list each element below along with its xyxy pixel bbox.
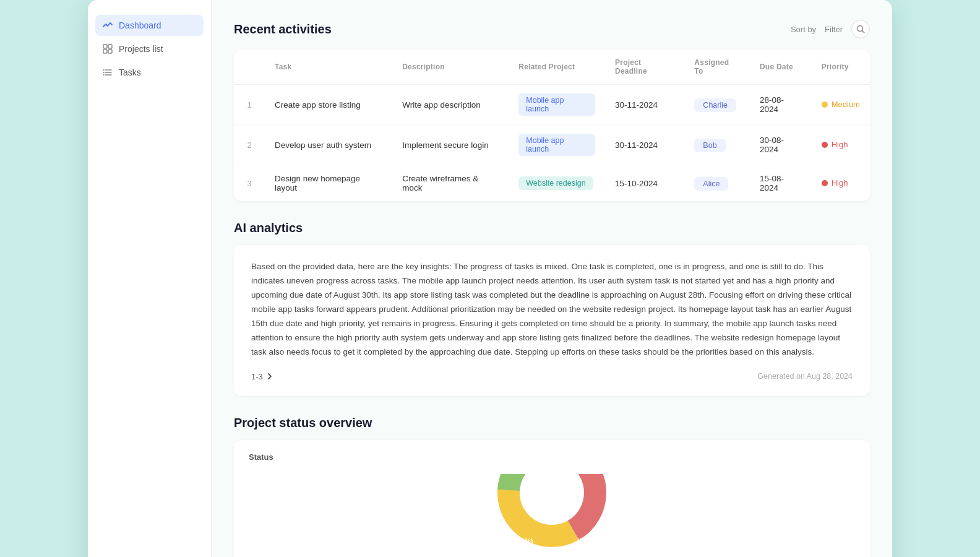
cell-assigned: Bob — [684, 125, 750, 165]
priority-badge: Medium — [822, 100, 860, 109]
cell-due-date: 30-08-2024 — [750, 125, 812, 165]
priority-dot — [822, 180, 828, 186]
svg-rect-2 — [103, 50, 107, 53]
svg-point-9 — [103, 74, 105, 76]
sidebar: Dashboard Projects list Tasks — [88, 0, 212, 557]
assigned-badge: Bob — [694, 139, 725, 152]
chevron-right-icon — [265, 372, 274, 381]
cell-priority: High — [812, 125, 870, 165]
table-row: 2 Develop user auth system Implement sec… — [234, 125, 870, 165]
svg-point-15 — [521, 474, 583, 524]
svg-point-8 — [103, 72, 105, 73]
cell-num: 1 — [234, 85, 265, 125]
col-due-date: Due Date — [750, 50, 812, 85]
pagination-control[interactable]: 1-3 — [251, 372, 274, 381]
cell-description: Write app description — [392, 85, 509, 125]
recent-activities-title: Recent activities — [234, 22, 332, 37]
priority-dot — [822, 101, 828, 108]
donut-label-red: (33%) — [577, 537, 595, 545]
project-badge[interactable]: Mobile app launch — [518, 93, 595, 116]
status-label: Status — [249, 452, 855, 462]
project-status-title: Project status overview — [234, 416, 870, 430]
main-content: Recent activities Sort by Filter Task — [212, 0, 892, 557]
sidebar-item-label: Dashboard — [119, 20, 161, 30]
recent-activities-header: Recent activities Sort by Filter — [234, 20, 870, 38]
cell-task: Create app store listing — [265, 85, 392, 125]
filter-label[interactable]: Filter — [825, 25, 843, 34]
assigned-badge: Alice — [694, 177, 728, 191]
table-body: 1 Create app store listing Write app des… — [234, 85, 870, 202]
table-head: Task Description Related Project Project… — [234, 50, 870, 85]
col-description: Description — [392, 50, 509, 85]
cell-due-date: 28-08-2024 — [750, 85, 812, 125]
col-num — [234, 50, 265, 85]
status-box: Status (33%) (33%) — [234, 440, 870, 557]
search-icon — [856, 25, 865, 33]
activities-table-container: Task Description Related Project Project… — [234, 50, 870, 201]
cell-deadline: 15-10-2024 — [605, 165, 684, 202]
cell-num: 2 — [234, 125, 265, 165]
header-actions: Sort by Filter — [791, 20, 870, 38]
cell-priority: High — [812, 165, 870, 202]
cell-deadline: 30-11-2024 — [605, 85, 684, 125]
sort-by-label[interactable]: Sort by — [791, 25, 816, 34]
svg-rect-3 — [108, 50, 112, 53]
activities-table: Task Description Related Project Project… — [234, 50, 870, 201]
donut-label-green: (33%) — [515, 537, 533, 545]
ai-analytics-title: AI analytics — [234, 221, 870, 235]
ai-analytics-section: AI analytics Based on the provided data,… — [234, 221, 870, 396]
sidebar-item-label: Tasks — [119, 67, 141, 77]
tasks-icon — [103, 67, 113, 77]
pagination-range: 1-3 — [251, 372, 263, 381]
cell-priority: Medium — [812, 85, 870, 125]
sidebar-item-dashboard[interactable]: Dashboard — [95, 15, 204, 36]
sidebar-item-label: Projects list — [119, 44, 163, 54]
col-deadline: Project Deadline — [605, 50, 684, 85]
cell-related-project: Mobile app launch — [509, 85, 605, 125]
cell-task: Develop user auth system — [265, 125, 392, 165]
cell-deadline: 30-11-2024 — [605, 125, 684, 165]
donut-chart: (33%) (33%) — [490, 474, 614, 555]
assigned-badge: Charlie — [694, 98, 736, 112]
cell-related-project: Mobile app launch — [509, 125, 605, 165]
donut-chart-container: (33%) (33%) — [249, 469, 855, 555]
cell-related-project: Website redesign — [509, 165, 605, 202]
svg-line-11 — [862, 31, 865, 33]
priority-badge: High — [822, 140, 848, 149]
cell-assigned: Alice — [684, 165, 750, 202]
generated-label: Generated on Aug 28, 2024 — [757, 372, 853, 381]
col-priority: Priority — [812, 50, 870, 85]
sidebar-item-tasks[interactable]: Tasks — [95, 62, 204, 83]
project-badge[interactable]: Mobile app launch — [518, 134, 595, 156]
dashboard-icon — [103, 20, 113, 30]
col-assigned: Assigned To — [684, 50, 750, 85]
table-row: 3 Design new homepage layout Create wire… — [234, 165, 870, 202]
cell-due-date: 15-08-2024 — [750, 165, 812, 202]
ai-analytics-box: Based on the provided data, here are the… — [234, 245, 870, 396]
cell-description: Create wireframes & mock — [392, 165, 509, 202]
cell-assigned: Charlie — [684, 85, 750, 125]
search-button[interactable] — [851, 20, 870, 38]
ai-analytics-text: Based on the provided data, here are the… — [251, 260, 853, 360]
project-status-section: Project status overview Status (33%) — [234, 416, 870, 557]
svg-rect-0 — [103, 45, 107, 48]
cell-task: Design new homepage layout — [265, 165, 392, 202]
sidebar-item-projects-list[interactable]: Projects list — [95, 38, 204, 59]
ai-footer: 1-3 Generated on Aug 28, 2024 — [251, 372, 853, 381]
cell-num: 3 — [234, 165, 265, 202]
col-task: Task — [265, 50, 392, 85]
projects-list-icon — [103, 44, 113, 54]
donut-svg — [490, 474, 614, 555]
priority-dot — [822, 142, 828, 148]
col-related-project: Related Project — [509, 50, 605, 85]
priority-badge: High — [822, 178, 848, 188]
svg-point-7 — [103, 69, 105, 71]
project-badge[interactable]: Website redesign — [518, 176, 593, 190]
svg-rect-1 — [108, 45, 112, 48]
cell-description: Implement secure login — [392, 125, 509, 165]
table-row: 1 Create app store listing Write app des… — [234, 85, 870, 125]
